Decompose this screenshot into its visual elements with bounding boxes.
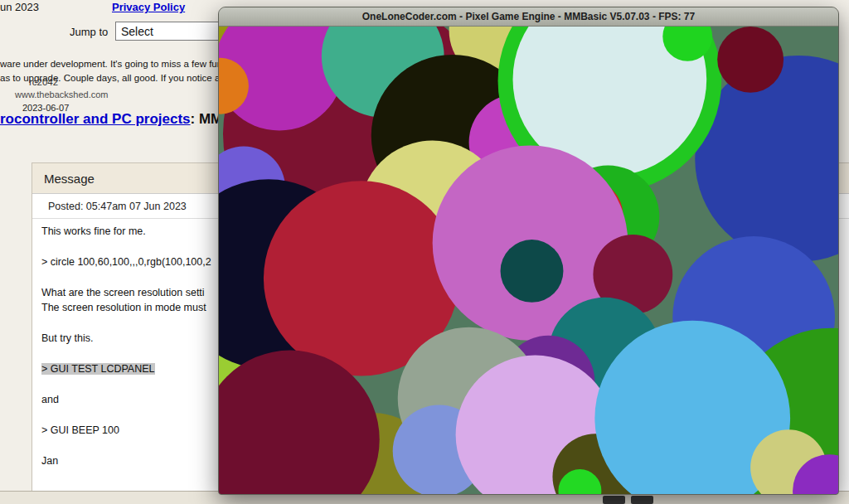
game-canvas[interactable] bbox=[219, 27, 838, 494]
jump-to-label: Jump to bbox=[70, 26, 108, 38]
topic-breadcrumb: rocontroller and PC projects: MMBa bbox=[0, 111, 240, 128]
notice-line-1: ware under development. It's going to mi… bbox=[0, 59, 255, 69]
selected-text: > GUI TEST LCDPANEL bbox=[41, 363, 155, 375]
window-title: OneLoneCoder.com - Pixel Game Engine - M… bbox=[362, 11, 695, 22]
page-date-fragment: un 2023 bbox=[0, 1, 39, 13]
pge-window: OneLoneCoder.com - Pixel Game Engine - M… bbox=[218, 7, 839, 495]
canvas-wrap bbox=[219, 27, 838, 494]
site-url-text: www.thebackshed.com bbox=[15, 90, 109, 99]
jump-to-select-value: Select bbox=[121, 25, 153, 38]
window-titlebar[interactable]: OneLoneCoder.com - Pixel Game Engine - M… bbox=[219, 7, 838, 27]
taskbar-icon[interactable] bbox=[631, 496, 653, 504]
notice-overlay-code: rc2042 bbox=[29, 77, 58, 87]
taskbar-icon[interactable] bbox=[603, 496, 625, 504]
privacy-policy-link[interactable]: Privacy Policy bbox=[112, 1, 185, 13]
forum-section-link[interactable]: rocontroller and PC projects bbox=[0, 111, 191, 127]
